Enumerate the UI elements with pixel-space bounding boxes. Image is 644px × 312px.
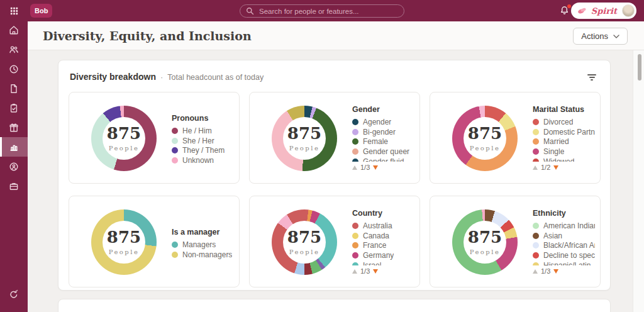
legend-title: Ethnicity	[533, 209, 595, 218]
legend-label: She / Her	[182, 136, 214, 145]
page-header: Diversity, Equity, and Inclusion Actions	[28, 21, 644, 50]
actions-button[interactable]: Actions	[573, 28, 628, 45]
chart-card-is-a-manager: 875 People Is a manager ManagersNon-mana…	[69, 196, 240, 287]
legend-label: Australia	[363, 221, 392, 230]
chart-card-pronouns: 875 People Pronouns He / HimShe / HerThe…	[69, 92, 240, 184]
legend-item: American Indian/...	[533, 221, 595, 231]
sidebar-item-docs[interactable]	[0, 79, 28, 98]
page-indicator: 1/3	[360, 164, 370, 171]
sidebar-item-work[interactable]	[0, 176, 28, 196]
page-down-icon[interactable]	[373, 165, 378, 170]
top-bar: Bob Spirit	[0, 0, 644, 21]
bob-logo[interactable]: Bob	[30, 4, 52, 18]
headcount-value: 875	[287, 125, 321, 142]
donut-center: 875 People	[452, 209, 518, 275]
page-down-icon[interactable]	[373, 269, 378, 274]
headcount-value: 875	[468, 125, 502, 142]
legend-item: Single	[533, 147, 595, 157]
legend-color-dot	[352, 148, 358, 155]
legend-item: Black/African Am...	[533, 240, 595, 250]
page-indicator: 1/3	[360, 267, 370, 275]
legend-label: Canada	[363, 231, 389, 240]
headcount-value: 875	[287, 229, 321, 245]
legend-color-dot	[533, 159, 539, 162]
legend-pager: 1/3	[533, 267, 595, 275]
people-icon	[8, 44, 19, 55]
legend-item: Germany	[352, 250, 414, 260]
legend: Ethnicity American Indian/...AsianBlack/…	[533, 196, 595, 287]
global-search[interactable]	[240, 4, 404, 18]
sidebar-item-whats-new[interactable]	[0, 284, 28, 304]
spirit-logo-icon	[577, 6, 587, 15]
section-separator: ·	[160, 72, 163, 82]
legend-color-dot	[172, 157, 178, 164]
spirit-button[interactable]: Spirit	[571, 3, 636, 19]
legend-label: He / Him	[182, 126, 212, 135]
legend-item: Gender queer	[352, 147, 414, 157]
donut-center: 875 People	[91, 106, 157, 171]
legend-item: She / Her	[172, 136, 234, 146]
sidebar-item-people[interactable]	[0, 40, 28, 59]
headcount-label: People	[109, 248, 140, 255]
donut-chart-country: 875 People	[272, 209, 337, 275]
document-icon	[8, 83, 19, 94]
legend-label: Unknown	[182, 156, 214, 165]
scrollbar-thumb[interactable]	[638, 54, 641, 81]
legend-color-dot	[533, 148, 539, 155]
search-input[interactable]	[258, 7, 398, 16]
gift-icon	[8, 122, 19, 133]
legend-color-dot	[533, 233, 539, 239]
user-avatar[interactable]	[622, 4, 635, 17]
donut-chart-ethnicity: 875 People	[452, 209, 518, 275]
headcount-value: 875	[107, 125, 141, 142]
legend-item: They / Them	[172, 145, 234, 155]
legend-color-dot	[533, 242, 539, 248]
sidebar-item-tasks[interactable]	[0, 98, 28, 118]
legend-item: Hispanic/Latin...	[533, 260, 595, 265]
bar-chart-icon	[8, 142, 19, 153]
page-down-icon[interactable]	[553, 269, 558, 274]
legend: Country AustraliaCanadaFranceGermanyIsra…	[352, 196, 414, 287]
page-down-icon[interactable]	[553, 165, 558, 170]
sidebar-item-compliance[interactable]	[0, 157, 28, 176]
legend: Marital Status DivorcedDomestic Partner.…	[533, 92, 595, 183]
legend-color-dot	[172, 138, 178, 144]
page-up-icon[interactable]	[352, 269, 357, 274]
legend-color-dot	[352, 223, 358, 229]
main-panel: Diversity, Equity, and Inclusion Actions…	[28, 21, 644, 312]
filter-icon[interactable]	[587, 74, 596, 81]
headcount-label: People	[470, 145, 501, 152]
legend-label: Agender	[363, 118, 391, 126]
legend: Pronouns He / HimShe / HerThey / ThemUnk…	[172, 92, 234, 183]
headcount-value: 875	[107, 229, 141, 245]
legend-pager: 1/2	[533, 164, 595, 171]
legend-label: Black/African Am...	[543, 241, 595, 250]
sidebar-item-analytics[interactable]	[0, 137, 28, 157]
sidebar-item-home[interactable]	[0, 20, 28, 40]
section-header: Diversity breakdown · Total headcount as…	[70, 72, 599, 82]
notifications-bell-icon[interactable]	[559, 5, 570, 16]
page-up-icon[interactable]	[533, 165, 538, 170]
legend-item: Decline to specify	[533, 250, 595, 260]
legend-label: Managers	[182, 240, 216, 249]
legend-item: Managers	[172, 240, 234, 250]
scrollbar-track[interactable]	[633, 50, 644, 312]
page-up-icon[interactable]	[533, 269, 538, 274]
briefcase-icon	[8, 181, 19, 192]
legend-item: Unknown	[172, 155, 234, 165]
sidebar-nav	[0, 0, 28, 312]
legend-label: They / Them	[182, 146, 225, 155]
legend-title: Is a manager	[172, 228, 234, 237]
legend-color-dot	[352, 138, 358, 145]
legend-label: France	[363, 241, 386, 250]
page-up-icon[interactable]	[352, 165, 357, 170]
home-icon	[8, 25, 19, 36]
legend-color-dot	[533, 252, 539, 259]
legend-title: Country	[352, 209, 414, 218]
legend-label: Non-managers	[182, 250, 232, 259]
sidebar-item-benefits[interactable]	[0, 118, 28, 137]
page-indicator: 1/3	[541, 267, 550, 275]
apps-grid-icon[interactable]	[0, 0, 28, 21]
sidebar-item-time[interactable]	[0, 59, 28, 79]
chart-card-country: 875 People Country AustraliaCanadaFrance…	[249, 196, 420, 287]
